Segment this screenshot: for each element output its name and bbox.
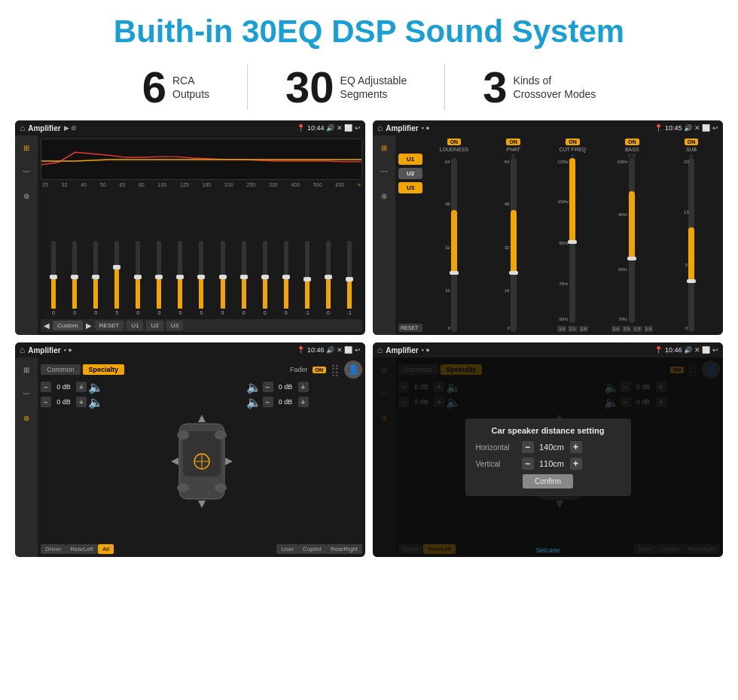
user-btn[interactable]: User — [276, 544, 298, 554]
crossover-eq-icon[interactable]: ⊞ — [377, 140, 392, 155]
eq-reset-btn[interactable]: RESET — [95, 321, 124, 330]
distance-dialog: Car speaker distance setting Horizontal … — [465, 418, 631, 496]
cutfreq-toggle[interactable]: ON — [566, 138, 580, 145]
db-minus-tr[interactable]: − — [263, 382, 273, 392]
loudness-toggle[interactable]: ON — [447, 138, 462, 145]
eq-app-title: Amplifier — [28, 124, 60, 132]
crossover-icons: ▪ ● — [422, 124, 430, 132]
rearleft-btn[interactable]: RearLeft — [66, 544, 98, 554]
slider-track-8[interactable] — [199, 241, 203, 309]
db-plus-tr[interactable]: + — [298, 382, 309, 392]
dialog-vertical-minus[interactable]: − — [522, 458, 534, 470]
db-minus-tl[interactable]: − — [41, 382, 51, 392]
slider-track-4[interactable] — [114, 241, 119, 309]
eq-status-bar: ⌂ Amplifier ▶ ⊚ 📍 10:44 🔊 ✕ ⬜ ↩ — [15, 120, 365, 135]
dialog-icons: ▪ ● — [422, 346, 430, 354]
slider-track-12[interactable] — [284, 241, 288, 309]
sub-slider[interactable]: 20 15 5 0 — [688, 158, 694, 332]
eq-u1-btn[interactable]: U1 — [127, 321, 143, 330]
fader-eq-icon[interactable]: ⊞ — [19, 362, 34, 377]
slider-val-14: 0 — [327, 310, 330, 315]
stat-label-rca: RCAOutputs — [172, 74, 209, 101]
slider-track-11[interactable] — [263, 241, 267, 309]
fader-left-controls: − 0 dB + 🔈 − 0 dB + 🔈 — [41, 381, 156, 542]
slider-val-5: 0 — [136, 310, 139, 315]
dialog-horizontal-input: − 140cm + — [522, 441, 582, 453]
eq-time: 10:44 — [307, 124, 325, 132]
slider-track-14[interactable] — [326, 241, 331, 309]
fader-row-tr: 🔈 − 0 dB + — [248, 381, 363, 393]
dialog-horizontal-value: 140cm — [537, 443, 567, 452]
sidebar-eq-icon[interactable]: ⊞ — [19, 140, 34, 155]
all-btn[interactable]: All — [98, 544, 114, 554]
rearright-btn[interactable]: RearRight — [326, 544, 362, 554]
fader-home-icon[interactable]: ⌂ — [20, 345, 25, 355]
phat-label: PHAT — [507, 147, 520, 152]
fader-right-controls: 🔈 − 0 dB + 🔈 − 0 dB + — [248, 381, 363, 542]
crossover-speaker-icon[interactable]: ⊛ — [377, 188, 392, 203]
slider-track-10[interactable] — [242, 241, 246, 309]
channel-u1-btn[interactable]: U1 — [398, 154, 422, 165]
phat-toggle[interactable]: ON — [506, 138, 520, 145]
fader-tab-common[interactable]: Common — [41, 364, 81, 375]
bass-slider[interactable]: 100Hz 90Hz 80Hz 70Hz — [629, 158, 635, 323]
seicane-watermark: Seicane — [535, 546, 560, 554]
sidebar-wave-icon[interactable]: 〰 — [19, 164, 34, 179]
dialog-horizontal-plus[interactable]: + — [570, 441, 582, 453]
eq-prev-icon[interactable]: ◀ — [44, 321, 50, 330]
fader-speaker-icon[interactable]: ⊛ — [19, 410, 34, 425]
db-plus-tl[interactable]: + — [76, 382, 87, 392]
eq-custom-btn[interactable]: Custom — [53, 321, 83, 330]
slider-track-7[interactable] — [178, 241, 182, 309]
phat-slider[interactable]: 64 48 32 16 0 — [511, 158, 517, 332]
crossover-wave-icon[interactable]: 〰 — [377, 164, 392, 179]
eq-u2-btn[interactable]: U2 — [146, 321, 163, 330]
user-profile-icon[interactable]: 👤 — [344, 361, 362, 379]
crossover-channels: U1 U2 U3 RESET — [398, 138, 422, 332]
loudness-slider[interactable]: 64 48 32 16 0 — [451, 158, 457, 332]
slider-track-15[interactable] — [347, 241, 352, 309]
home-icon[interactable]: ⌂ — [20, 123, 25, 133]
cutfreq-slider[interactable]: 120Hz 100Hz 80Hz 70Hz 60Hz — [569, 158, 575, 323]
fader-status-icons: 🔊 ✕ ⬜ ↩ — [326, 346, 361, 354]
stat-eq: 30 EQ AdjustableSegments — [248, 65, 444, 109]
slider-val-9: 0 — [221, 310, 224, 315]
fader-tab-specialty[interactable]: Specialty — [83, 364, 125, 375]
bass-label: BASS — [625, 147, 639, 152]
dialog-vertical-plus[interactable]: + — [570, 458, 582, 470]
screen-dialog: ⌂ Amplifier ▪ ● 📍 10:46 🔊 ✕ ⬜ ↩ ⊞ 〰 ⊛ Co… — [373, 342, 723, 557]
db-plus-bl[interactable]: + — [76, 397, 87, 407]
stat-crossover: 3 Kinds ofCrossover Modes — [445, 65, 633, 109]
svg-point-3 — [177, 431, 189, 440]
slider-track-9[interactable] — [221, 241, 225, 309]
driver-btn[interactable]: Driver — [41, 544, 66, 554]
eq-u3-btn[interactable]: U3 — [166, 321, 183, 330]
channel-u3-btn[interactable]: U3 — [398, 182, 422, 193]
crossover-reset-btn[interactable]: RESET — [398, 324, 422, 332]
sidebar-speaker-icon[interactable]: ⊛ — [19, 188, 34, 203]
channel-u2-btn[interactable]: U2 — [398, 168, 422, 179]
eq-next-icon[interactable]: ▶ — [86, 321, 92, 330]
slider-track-1[interactable] — [51, 241, 56, 309]
crossover-phat: ON PHAT G 64 48 32 16 0 — [485, 138, 542, 332]
eq-bottom-bar: ◀ Custom ▶ RESET U1 U2 U3 — [41, 319, 362, 332]
db-minus-br[interactable]: − — [263, 397, 273, 407]
bass-toggle[interactable]: ON — [625, 138, 639, 145]
crossover-home-icon[interactable]: ⌂ — [377, 123, 383, 133]
sub-toggle[interactable]: ON — [685, 138, 699, 145]
slider-track-13[interactable] — [305, 241, 310, 309]
dialog-home-icon[interactable]: ⌂ — [377, 345, 383, 355]
copilot-btn[interactable]: Copilot — [298, 544, 326, 554]
fader-on-badge[interactable]: ON — [313, 367, 327, 373]
db-plus-br[interactable]: + — [298, 397, 309, 407]
fader-wave-icon[interactable]: 〰 — [19, 386, 34, 401]
eq-sidebar: ⊞ 〰 ⊛ — [15, 135, 38, 335]
slider-track-6[interactable] — [157, 241, 161, 309]
slider-track-3[interactable] — [93, 241, 98, 309]
db-minus-bl[interactable]: − — [41, 397, 51, 407]
slider-track-5[interactable] — [136, 241, 140, 309]
dialog-horizontal-minus[interactable]: − — [522, 441, 534, 453]
confirm-button[interactable]: Confirm — [523, 474, 573, 488]
slider-val-13: -1 — [305, 310, 310, 315]
slider-track-2[interactable] — [72, 241, 77, 309]
